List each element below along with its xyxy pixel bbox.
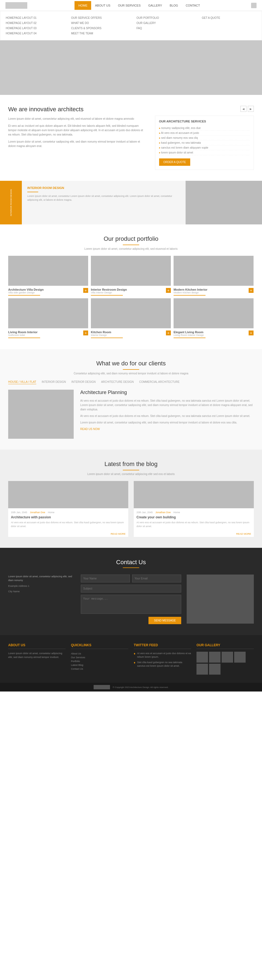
what-tab-2[interactable]: Interior Design [42, 380, 66, 384]
about-para1: Lorem ipsum dolor sit amet, consectetur … [8, 117, 147, 121]
portfolio-item-5: Kitchen Room Interior Design + [91, 298, 171, 338]
gallery-thumb-4[interactable] [234, 652, 246, 663]
footer-link-3[interactable]: Portfolio [71, 659, 128, 663]
dropdown-link[interactable]: OUR PORTFOLIO [136, 15, 191, 21]
bottom-bar: © Copyright 2023 Architecture Design. Al… [0, 683, 262, 692]
blog-cat-2: Home [174, 511, 180, 514]
contact-subject-input[interactable] [81, 585, 182, 592]
blog-excerpt-1: At vero eos et accusam et justo duo dolo… [11, 521, 126, 528]
blog-meta-2: 20th Jan, 2045 Jonathan Doe Home [136, 511, 251, 514]
blog-meta-1: 20th Jan, 2045 Jonathan Doe Home [11, 511, 126, 514]
what-tab-4[interactable]: Architecture Design [101, 380, 133, 384]
portfolio-heading: Our product portfolio [8, 235, 254, 242]
service-item: nonumy sadipscing elitr, eos due [159, 126, 250, 130]
dropdown-link[interactable]: WHAT WE DO [71, 21, 126, 25]
dropdown-link[interactable]: CLIENTS & SPONSORS [71, 25, 126, 31]
dropdown-link[interactable]: HOMEPAGE LAYOUT 03 [6, 25, 60, 31]
feature-heading: INTERIOR ROOM DESIGN [27, 186, 180, 189]
portfolio-thumb-4 [8, 298, 88, 328]
whatwedo-desc1: At vero eos et accusam et justo duo dolo… [80, 399, 254, 412]
about-heading: We are innovative architects [8, 106, 147, 113]
nav-blog[interactable]: BLOG [166, 1, 182, 10]
service-item: lorem ipsum dolor sit amet [159, 150, 250, 155]
whatwedo-title-block: What we do for our clients Consetetur ad… [8, 360, 254, 375]
nav-contact[interactable]: CONTACT [182, 1, 204, 10]
what-tabs: House / Villa / Flat Interior Design Int… [8, 380, 254, 384]
whatwedo-desc2: At vero eos et accusam et justo duo dolo… [80, 414, 254, 418]
next-arrow[interactable]: ▶ [248, 106, 254, 112]
send-message-button[interactable]: SEND MESSAGE [149, 617, 181, 624]
gallery-thumb-6[interactable] [209, 664, 220, 675]
portfolio-plus-1[interactable]: + [83, 288, 88, 293]
portfolio-item-6: Elegant Living Room Living Room Interior… [174, 298, 254, 338]
footer-link-5[interactable]: Contact Us [71, 667, 128, 671]
blog-read-more-2[interactable]: READ MORE [134, 531, 254, 537]
dropdown-col-4: GET A QUOTE [196, 14, 262, 37]
nav-services[interactable]: OUR SERVICES [114, 1, 144, 10]
gallery-thumb-2[interactable] [209, 652, 220, 663]
what-tab-1[interactable]: House / Villa / Flat [8, 380, 36, 384]
dropdown-col-1: HOMEPAGE LAYOUT 01 HOMEPAGE LAYOUT 02 HO… [0, 14, 66, 37]
portfolio-thumb-1 [8, 256, 88, 286]
gallery-thumb-5[interactable] [196, 664, 208, 675]
services-title: OUR ARCHITECTURE SERVICES [159, 120, 250, 123]
gallery-thumb-1[interactable] [196, 652, 208, 663]
portfolio-plus-2[interactable]: + [166, 288, 171, 293]
portfolio-plus-3[interactable]: + [249, 288, 254, 293]
portfolio-underline [123, 245, 139, 245]
feature-section: INTERIOR ROOM DESIGN INTERIOR ROOM DESIG… [0, 181, 262, 224]
service-item: sanctus est lorem diam aliquyam vupte [159, 145, 250, 150]
what-tab-3[interactable]: Interior Design [72, 380, 96, 384]
menu-icon[interactable] [251, 3, 257, 8]
footer-link-2[interactable]: Our Services [71, 655, 128, 659]
nav-gallery[interactable]: GALLERY [144, 1, 166, 10]
portfolio-line-4 [8, 337, 40, 338]
dropdown-col-3: OUR PORTFOLIO OUR GALLERY FAQ [131, 14, 196, 37]
portfolio-title-2: Interior Restroom Design [91, 288, 127, 291]
dropdown-link[interactable]: MEET THE TEAM [71, 31, 126, 36]
gallery-thumb-3[interactable] [222, 652, 233, 663]
orange-divider [27, 192, 38, 192]
portfolio-thumb-3 [174, 256, 254, 286]
dropdown-link[interactable]: OUR GALLERY [136, 21, 191, 25]
blog-item-1: 20th Jan, 2045 Jonathan Doe Home Archite… [8, 481, 128, 537]
contact-email-input[interactable] [132, 574, 181, 582]
portfolio-sub-6: Living Room Interior Design [174, 334, 204, 336]
tweet-text-2: Stet clita kasd gubergren no sea takimat… [137, 661, 191, 668]
service-item: At vero eos et accusam et justo [159, 130, 250, 135]
contact-name-input[interactable] [81, 574, 130, 582]
what-tab-5[interactable]: Commercial Architecture [139, 380, 180, 384]
nav-home[interactable]: HOME [75, 1, 91, 10]
portfolio-plus-5[interactable]: + [166, 331, 171, 336]
footer: About Us Lorem ipsum dolor sit amet, con… [0, 635, 262, 683]
footer-quicklinks: Quicklinks About Us Our Services Portfol… [71, 643, 128, 675]
whatwedo-heading: What we do for our clients [8, 360, 254, 367]
footer-link-1[interactable]: About Us [71, 652, 128, 655]
dropdown-link[interactable]: OUR SERVICE OFFERS [71, 15, 126, 21]
portfolio-plus-4[interactable]: + [83, 331, 88, 336]
whatwedo-desc3: Lorem ipsum dolor sit amet, consetetur s… [80, 420, 254, 425]
contact-message-textarea[interactable] [81, 595, 182, 614]
read-more-link[interactable]: READ US NOW [80, 428, 254, 431]
order-quote-button[interactable]: ORDER A QUOTE [159, 158, 190, 166]
blog-grid: 20th Jan, 2045 Jonathan Doe Home Archite… [8, 481, 254, 537]
dropdown-link[interactable]: FAQ [136, 25, 191, 31]
copyright-text: © Copyright 2023 Architecture Design. Al… [113, 686, 168, 689]
dropdown-menu: HOMEPAGE LAYOUT 01 HOMEPAGE LAYOUT 02 HO… [0, 11, 262, 40]
portfolio-plus-6[interactable]: + [249, 331, 254, 336]
dropdown-link[interactable]: HOMEPAGE LAYOUT 04 [6, 31, 60, 36]
contact-form: SEND MESSAGE [81, 574, 182, 624]
prev-arrow[interactable]: ◀ [240, 106, 246, 112]
portfolio-sub-1: Villa side garden Design [8, 291, 44, 294]
blog-thumb-1 [8, 481, 128, 508]
blog-read-more-1[interactable]: READ MORE [8, 531, 128, 537]
dropdown-link[interactable]: GET A QUOTE [202, 15, 257, 21]
blog-author-2: Jonathan Doe [155, 511, 171, 514]
nav-about[interactable]: ABOUT US [91, 1, 114, 10]
dropdown-link[interactable]: HOMEPAGE LAYOUT 02 [6, 21, 60, 25]
dropdown-link[interactable]: HOMEPAGE LAYOUT 01 [6, 15, 60, 21]
contact-heading: Contact Us [8, 559, 254, 566]
footer-tweet-2: ♦ Stet clita kasd gubergren no sea takim… [134, 661, 191, 668]
footer-link-4[interactable]: Latest Blog [71, 663, 128, 667]
portfolio-line-3 [174, 295, 206, 296]
